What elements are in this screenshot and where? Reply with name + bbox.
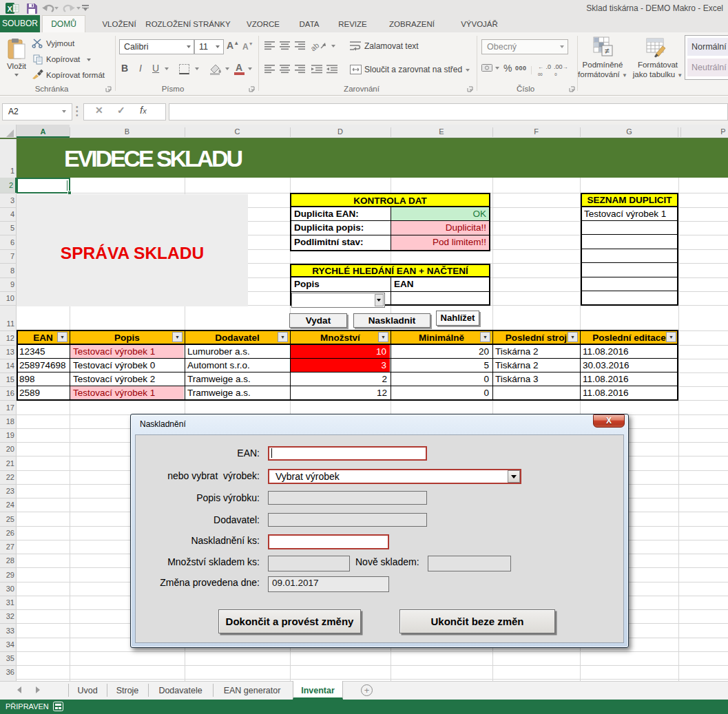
svg-text:≠: ≠ [605, 46, 610, 56]
svg-text:X: X [8, 5, 13, 13]
svg-text:ab: ab [311, 41, 320, 51]
